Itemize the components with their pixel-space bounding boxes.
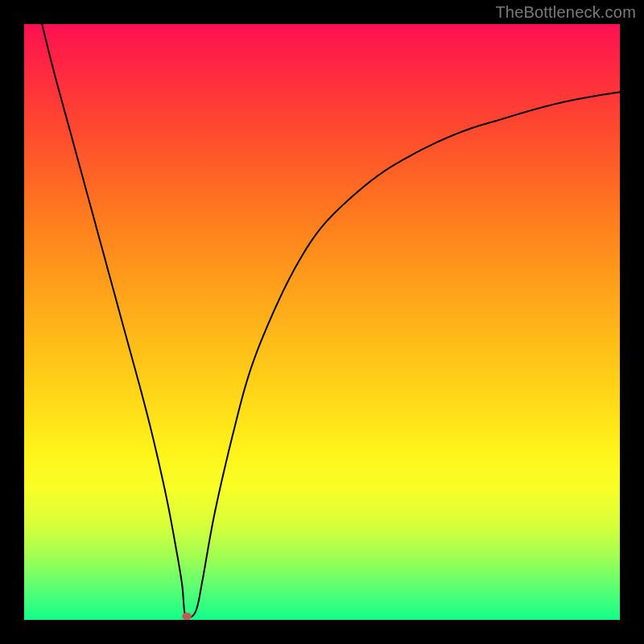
- chart-frame: TheBottleneck.com: [0, 0, 644, 644]
- chart-svg: [24, 24, 620, 620]
- attribution-text: TheBottleneck.com: [495, 3, 636, 22]
- chart-plot-area: [24, 24, 620, 620]
- chart-marker: [182, 613, 192, 620]
- curve-path: [42, 24, 620, 618]
- chart-curve: [42, 24, 620, 618]
- min-marker: [182, 613, 192, 620]
